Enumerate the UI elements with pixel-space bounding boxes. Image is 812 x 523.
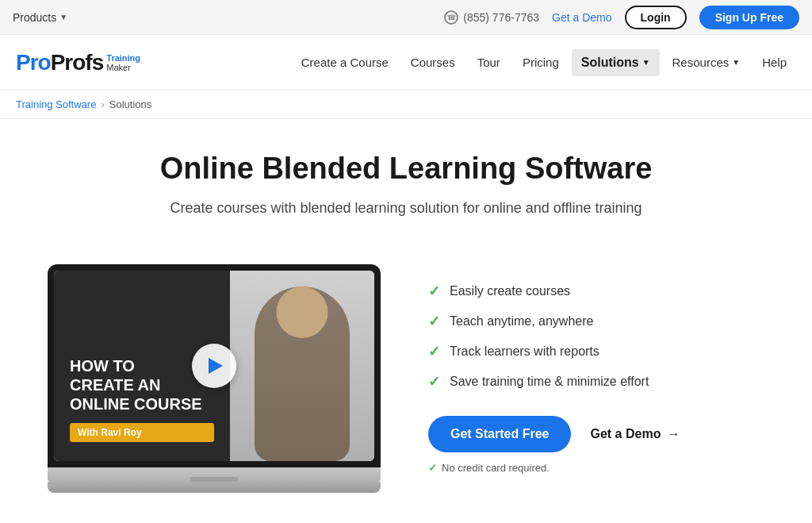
feature-label-4: Save training time & minimize effort	[450, 375, 649, 389]
no-credit-notice: ✓ No credit card required.	[428, 462, 764, 474]
nav-links: Create a Course Courses Tour Pricing Sol…	[292, 49, 796, 76]
breadcrumb-parent[interactable]: Training Software	[16, 98, 96, 110]
feature-item: ✓ Track learners with reports	[428, 343, 764, 360]
play-button[interactable]	[192, 344, 236, 388]
video-title-line1: HOW TO	[70, 357, 135, 375]
hero-section: Online Blended Learning Software Create …	[0, 119, 812, 264]
laptop-mockup: HOW TO CREATE AN ONLINE COURSE With Ravi…	[48, 264, 381, 493]
check-icon-1: ✓	[428, 283, 440, 300]
products-arrow-icon: ▼	[59, 13, 67, 21]
feature-item: ✓ Easily create courses	[428, 283, 764, 300]
video-title-line2: CREATE AN	[70, 376, 160, 394]
content-area: HOW TO CREATE AN ONLINE COURSE With Ravi…	[0, 264, 812, 523]
check-icon-4: ✓	[428, 373, 440, 390]
feature-label-2: Teach anytime, anywhere	[450, 314, 593, 329]
get-demo-link-top[interactable]: Get a Demo	[552, 11, 611, 24]
phone-icon: ☎	[444, 10, 458, 25]
nav-pricing[interactable]: Pricing	[513, 49, 569, 75]
nav-resources[interactable]: Resources ▼	[663, 49, 750, 75]
get-demo-cta-label: Get a Demo	[590, 427, 661, 441]
features-area: ✓ Easily create courses ✓ Teach anytime,…	[428, 283, 764, 474]
phone-number: (855) 776-7763	[463, 11, 539, 24]
top-bar: Products ▼ ☎ (855) 776-7763 Get a Demo L…	[0, 0, 812, 35]
products-label: Products	[13, 11, 56, 24]
logo[interactable]: ProProfs Training Maker	[16, 50, 140, 75]
logo-maker: Maker	[106, 63, 140, 72]
no-credit-text: No credit card required.	[442, 462, 550, 474]
hero-subtitle: Create courses with blended learning sol…	[16, 200, 796, 217]
person-head-silhouette	[277, 286, 328, 338]
logo-profs: Profs	[51, 50, 104, 75]
video-badge: With Ravi Roy	[70, 423, 214, 442]
video-title-line3: ONLINE COURSE	[70, 395, 202, 413]
video-person-panel	[230, 271, 374, 461]
video-screen: HOW TO CREATE AN ONLINE COURSE With Ravi…	[54, 271, 374, 461]
logo-pro: Pro	[16, 50, 51, 75]
feature-item: ✓ Save training time & minimize effort	[428, 373, 764, 390]
check-icon-3: ✓	[428, 343, 440, 360]
nav-create-course[interactable]: Create a Course	[292, 49, 398, 75]
phone-info: ☎ (855) 776-7763	[444, 10, 539, 25]
nav-tour[interactable]: Tour	[468, 49, 510, 75]
logo-training: Training	[106, 53, 140, 63]
get-started-button[interactable]: Get Started Free	[428, 416, 571, 452]
laptop-base	[48, 467, 381, 482]
cta-area: Get Started Free Get a Demo →	[428, 416, 764, 452]
signup-button[interactable]: Sign Up Free	[699, 6, 799, 29]
nav-courses[interactable]: Courses	[401, 49, 465, 75]
person-body-silhouette	[255, 286, 350, 461]
breadcrumb-current: Solutions	[109, 98, 151, 110]
breadcrumb-separator: ›	[101, 98, 104, 110]
no-credit-check-icon: ✓	[428, 462, 437, 474]
nav-help[interactable]: Help	[753, 49, 796, 75]
resources-chevron-icon: ▼	[732, 58, 740, 67]
nav-solutions[interactable]: Solutions ▼	[572, 49, 660, 76]
nav-solutions-label: Solutions	[581, 56, 639, 70]
top-bar-right: ☎ (855) 776-7763 Get a Demo Login Sign U…	[444, 6, 799, 29]
nav-resources-label: Resources	[672, 56, 730, 69]
laptop-screen: HOW TO CREATE AN ONLINE COURSE With Ravi…	[48, 264, 381, 467]
breadcrumb: Training Software › Solutions	[0, 90, 812, 119]
feature-item: ✓ Teach anytime, anywhere	[428, 313, 764, 330]
solutions-chevron-icon: ▼	[642, 58, 650, 67]
main-nav: ProProfs Training Maker Create a Course …	[0, 35, 812, 90]
features-list: ✓ Easily create courses ✓ Teach anytime,…	[428, 283, 764, 390]
get-demo-arrow-icon: →	[667, 427, 680, 441]
laptop-bottom	[48, 482, 381, 493]
hero-title: Online Blended Learning Software	[16, 151, 796, 187]
play-icon	[209, 358, 223, 374]
check-icon-2: ✓	[428, 313, 440, 330]
feature-label-1: Easily create courses	[450, 284, 570, 298]
get-demo-cta[interactable]: Get a Demo →	[590, 427, 680, 441]
products-menu[interactable]: Products ▼	[13, 11, 67, 24]
login-button[interactable]: Login	[625, 6, 687, 29]
feature-label-3: Track learners with reports	[450, 344, 599, 359]
